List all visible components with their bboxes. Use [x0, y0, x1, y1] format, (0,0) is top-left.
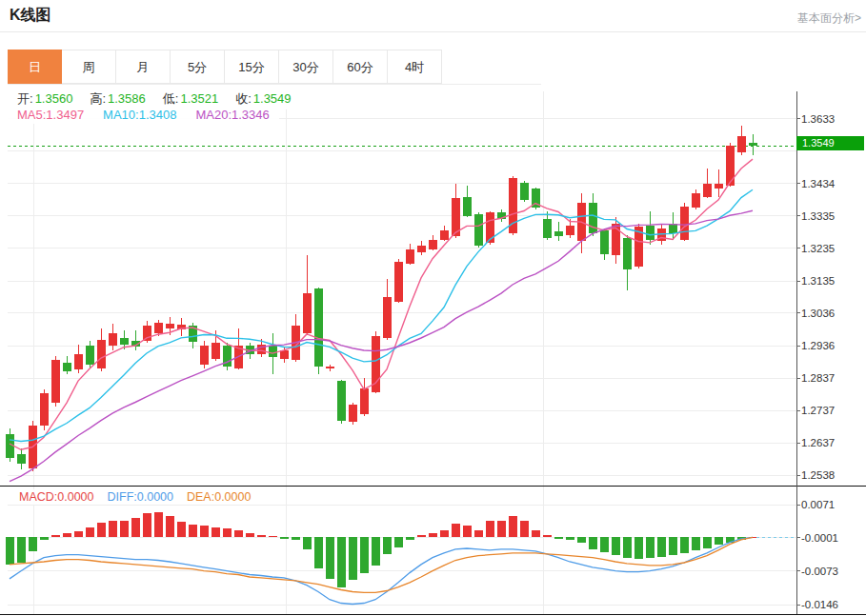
candle-body — [600, 230, 609, 254]
macd-histogram-bar — [543, 535, 552, 537]
macd-histogram-bar — [246, 533, 254, 538]
price-axis-label: 1.3434 — [801, 177, 864, 190]
macd-legend-item-0: MACD:0.0000 — [19, 490, 94, 504]
macd-histogram-bar — [600, 537, 609, 552]
macd-histogram-bar — [314, 537, 323, 568]
candle-body — [166, 324, 174, 328]
candle-body — [97, 340, 106, 368]
candle-body — [360, 388, 369, 414]
candle-body — [349, 405, 357, 422]
macd-histogram-bar — [269, 536, 277, 537]
candle-body — [463, 197, 472, 216]
candle-body — [86, 346, 94, 365]
candle-body — [623, 238, 632, 269]
ma-legend-item-1: MA10:1.3408 — [103, 108, 176, 122]
macd-histogram-bar — [497, 521, 506, 538]
macd-histogram-bar — [360, 537, 369, 573]
macd-histogram-bar — [29, 537, 37, 551]
macd-histogram-bar — [372, 537, 380, 566]
macd-histogram-bar — [6, 537, 14, 564]
macd-histogram-bar — [623, 537, 632, 557]
macd-histogram-bar — [51, 535, 60, 538]
candle-body — [715, 184, 723, 189]
macd-axis-label: -0.0073 — [801, 565, 864, 578]
candle-body — [314, 288, 323, 367]
macd-histogram-bar — [257, 535, 266, 538]
macd-histogram-bar — [200, 526, 209, 537]
candle-body — [63, 363, 71, 371]
macd-histogram-bar — [680, 537, 689, 553]
macd-histogram-bar — [74, 531, 83, 538]
macd-histogram-bar — [223, 528, 232, 537]
macd-legend-item-1: DIFF:0.0000 — [108, 490, 173, 504]
candle-body — [680, 207, 689, 240]
macd-histogram-bar — [109, 521, 117, 537]
candle-body — [337, 381, 346, 421]
macd-histogram-bar — [211, 527, 220, 537]
macd-histogram-bar — [532, 530, 540, 538]
macd-histogram-bar — [703, 537, 712, 547]
candle-body — [154, 323, 163, 333]
candle-body — [692, 193, 700, 208]
macd-histogram-bar — [463, 526, 472, 537]
macd-histogram-bar — [337, 537, 346, 587]
macd-histogram-bar — [143, 513, 151, 537]
price-axis-label: 1.2837 — [801, 371, 864, 385]
candle-body — [749, 143, 757, 147]
macd-histogram-bar — [17, 537, 26, 562]
macd-histogram-bar — [40, 537, 49, 540]
candle-body — [440, 230, 449, 240]
kline-page: K线图 基本面分析> 日周月5分15分30分60分4时 开:1.3560高:1.… — [0, 0, 866, 616]
macd-histogram-bar — [634, 537, 643, 558]
macd-histogram-bar — [120, 521, 129, 538]
candle-body — [703, 184, 712, 197]
candle-body — [326, 367, 334, 368]
macd-histogram-bar — [280, 537, 289, 539]
macd-histogram-bar — [394, 537, 403, 546]
candle-body — [520, 183, 529, 200]
candle-body — [429, 240, 437, 249]
macd-histogram-bar — [589, 537, 597, 548]
candle-body — [589, 203, 597, 233]
price-axis-label: 1.3335 — [801, 209, 864, 223]
macd-histogram-bar — [646, 537, 655, 557]
candle-body — [257, 345, 266, 354]
macd-histogram-bar — [486, 521, 494, 537]
price-axis-label: 1.2936 — [801, 339, 864, 352]
candle-body — [646, 226, 655, 240]
candle-body — [120, 338, 129, 345]
macd-histogram-bar — [417, 535, 426, 537]
macd-histogram-bar — [234, 530, 243, 538]
macd-histogram-bar — [406, 537, 414, 540]
candle-body — [109, 333, 117, 346]
macd-histogram-bar — [292, 537, 300, 540]
macd-histogram-bar — [669, 537, 677, 555]
price-axis-label: 1.2737 — [801, 404, 864, 417]
candle-body — [406, 249, 414, 264]
price-axis-label: 1.3036 — [801, 307, 864, 320]
macd-histogram-bar — [131, 518, 140, 538]
macd-histogram-bar — [63, 533, 71, 538]
macd-histogram-bar — [715, 537, 723, 545]
macd-legend: MACD:0.0000DIFF:0.0000DEA:0.0000 — [13, 489, 256, 505]
macd-axis-label: 0.0071 — [801, 498, 864, 511]
macd-histogram-bar — [612, 537, 620, 555]
candle-body — [211, 343, 220, 359]
macd-axis-label: -0.0001 — [801, 531, 864, 545]
price-axis-label: 1.3235 — [801, 242, 864, 255]
macd-histogram-bar — [452, 524, 460, 537]
macd-histogram-bar — [566, 537, 574, 539]
candle-body — [543, 219, 552, 238]
candle-body — [394, 262, 403, 302]
current-price-tag: 1.3549 — [796, 136, 864, 150]
price-axis-label: 1.3633 — [801, 112, 864, 126]
macd-histogram-bar — [303, 537, 312, 548]
macd-histogram-bar — [509, 516, 517, 538]
candle-body — [566, 226, 574, 235]
candle-body — [417, 246, 426, 252]
candle-body — [383, 297, 392, 338]
price-axis-label: 1.3135 — [801, 274, 864, 288]
candle-body — [269, 346, 277, 357]
candle-body — [40, 393, 49, 426]
ma5-line — [10, 159, 753, 449]
